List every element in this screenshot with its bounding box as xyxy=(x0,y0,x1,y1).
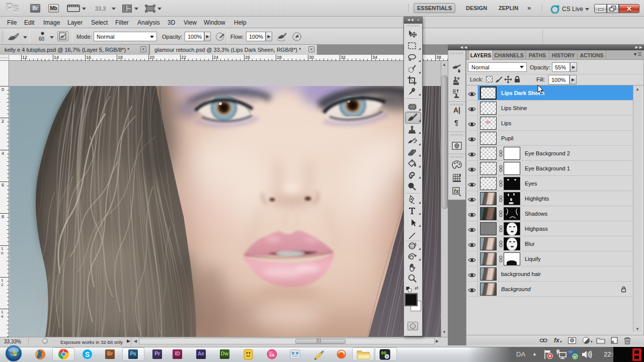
svg-text:99: 99 xyxy=(381,350,386,355)
svg-text:cs: cs xyxy=(270,352,275,357)
svg-text:fx: fx xyxy=(454,188,459,194)
svg-text:S: S xyxy=(85,350,90,358)
